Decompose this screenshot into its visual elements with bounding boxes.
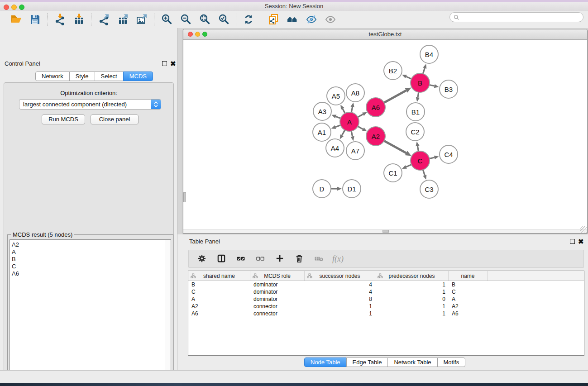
column-header-MCDS-role[interactable]: MCDS role: [250, 271, 305, 281]
table-row[interactable]: Adominator80A: [188, 295, 584, 303]
tab-mcds[interactable]: MCDS: [123, 71, 153, 81]
graph-edge-B-B1[interactable]: [418, 92, 419, 98]
search-box[interactable]: [449, 12, 583, 22]
refresh-button[interactable]: [241, 13, 256, 26]
table-row[interactable]: Cdominator41C: [188, 288, 584, 295]
graph-edge-A-A2[interactable]: [358, 126, 363, 129]
close-table-panel-icon[interactable]: ✖: [578, 239, 584, 244]
graph-edge-A6-B[interactable]: [384, 91, 406, 103]
result-item[interactable]: A2: [12, 241, 165, 248]
delete-button[interactable]: [293, 253, 305, 265]
export-network-button[interactable]: [96, 13, 111, 26]
network-graph[interactable]: B4B2BB3B1A5A8A6A3AA1A2A4A7C2CC4C1C3DD1: [183, 40, 587, 229]
result-item[interactable]: A6: [12, 270, 165, 277]
graph-edge-B-B2[interactable]: [406, 76, 411, 79]
tab-network-table[interactable]: Network Table: [387, 357, 437, 367]
close-panel-icon[interactable]: ✖: [170, 61, 176, 66]
table-row[interactable]: A2connector11A2: [188, 303, 584, 310]
export-table-button[interactable]: [115, 13, 130, 26]
graph-edge-B-B4[interactable]: [423, 68, 425, 73]
export-image-button[interactable]: [134, 13, 149, 26]
graph-edge-B-B3[interactable]: [429, 85, 434, 86]
network-canvas[interactable]: B4B2BB3B1A5A8A6A3AA1A2A4A7C2CC4C1C3DD1: [183, 40, 587, 229]
column-header-successor-nodes[interactable]: successor nodes: [305, 271, 375, 281]
import-network-button[interactable]: [52, 13, 67, 26]
column-type-icon: [253, 273, 258, 278]
edge-arrowhead: [331, 125, 336, 129]
graph-edge-A-A3[interactable]: [336, 116, 341, 118]
table-header-row: shared nameMCDS rolesuccessor nodesprede…: [188, 271, 584, 281]
gear-button[interactable]: [196, 253, 208, 265]
delete-table-button[interactable]: [313, 253, 325, 265]
home-button[interactable]: [285, 13, 300, 26]
window-resize-grip[interactable]: [580, 226, 587, 233]
deselect-all-button[interactable]: [254, 253, 266, 265]
graph-edge-A-A6[interactable]: [358, 114, 363, 117]
graph-edge-A-A7[interactable]: [351, 131, 352, 137]
open-session-button[interactable]: [8, 13, 24, 26]
tab-network[interactable]: Network: [35, 71, 70, 81]
float-panel-icon[interactable]: [162, 61, 167, 66]
maximize-window-button[interactable]: [19, 5, 24, 10]
graph-edge-C-C4[interactable]: [429, 157, 434, 159]
network-view-window[interactable]: testGlobe.txt B4B2BB3B1A5A8A6A3AA1A2A4A7…: [183, 29, 588, 234]
tab-style[interactable]: Style: [69, 71, 95, 81]
column-header-name[interactable]: name: [449, 271, 488, 281]
import-table-button[interactable]: [71, 13, 86, 26]
hide-selected-button[interactable]: [304, 13, 319, 26]
graph-edge-A2-C[interactable]: [384, 141, 406, 153]
close-window-button[interactable]: [4, 5, 9, 10]
import-table-icon: [73, 14, 85, 25]
graph-node-label: C4: [444, 151, 453, 158]
graph-node-label: B3: [445, 86, 453, 93]
result-scrollbar[interactable]: [165, 240, 171, 386]
table-row[interactable]: A6connector11A6: [188, 310, 584, 317]
network-maximize-button[interactable]: [202, 32, 207, 37]
column-header-predecessor-nodes[interactable]: predecessor nodes: [375, 271, 449, 281]
graph-edge-A-A1[interactable]: [335, 125, 340, 127]
tab-motifs[interactable]: Motifs: [437, 357, 466, 367]
zoom-in-button[interactable]: [159, 13, 174, 26]
result-item[interactable]: B: [12, 256, 165, 263]
add-button[interactable]: [274, 253, 286, 265]
network-minimize-button[interactable]: [195, 32, 200, 37]
column-header-shared-name[interactable]: shared name: [188, 271, 250, 281]
mcds-result-list[interactable]: A2ABCA6: [10, 239, 171, 386]
graph-edge-C-C3[interactable]: [423, 170, 425, 175]
column-type-icon: [191, 273, 196, 278]
network-close-button[interactable]: [188, 32, 193, 37]
graph-edge-A-A8[interactable]: [351, 107, 352, 112]
zoom-fit-button[interactable]: [197, 13, 212, 26]
result-item[interactable]: C: [12, 263, 165, 270]
search-input[interactable]: [462, 14, 579, 20]
table-row[interactable]: Bdominator41B: [188, 281, 584, 288]
edge-arrowhead: [423, 64, 426, 69]
criterion-dropdown[interactable]: largest connected component (directed): [19, 99, 161, 110]
main-titlebar[interactable]: Session: New Session: [0, 2, 588, 11]
close-panel-button[interactable]: Close panel: [91, 114, 139, 124]
zoom-selected-button[interactable]: [216, 13, 231, 26]
result-item[interactable]: A: [12, 248, 165, 256]
graph-edge-C-C1[interactable]: [406, 165, 411, 167]
graph-edge-C-C2[interactable]: [417, 146, 418, 152]
network-vertical-scrollbar[interactable]: [183, 192, 186, 202]
show-all-button[interactable]: [323, 13, 338, 26]
function-builder-button[interactable]: f(x): [332, 254, 344, 264]
zoom-out-button[interactable]: [178, 13, 193, 26]
float-table-panel-icon[interactable]: [570, 239, 575, 244]
tab-node-table[interactable]: Node Table: [304, 357, 347, 367]
minimize-window-button[interactable]: [11, 5, 17, 10]
tab-edge-table[interactable]: Edge Table: [346, 357, 388, 367]
graph-edge-A-A5[interactable]: [343, 109, 345, 113]
network-horizontal-scrollbar[interactable]: [183, 229, 587, 233]
run-mcds-button[interactable]: Run MCDS: [42, 114, 85, 124]
network-window-titlebar[interactable]: testGlobe.txt: [183, 29, 587, 40]
save-session-button[interactable]: [27, 13, 43, 26]
graph-edge-A-A4[interactable]: [342, 130, 344, 135]
graph-node-label: A2: [372, 133, 380, 140]
columns-button[interactable]: [215, 253, 227, 265]
duplicate-network-button[interactable]: [266, 13, 281, 26]
table-cell: 1: [305, 310, 375, 317]
tab-select[interactable]: Select: [95, 71, 124, 81]
select-all-button[interactable]: [235, 253, 247, 265]
